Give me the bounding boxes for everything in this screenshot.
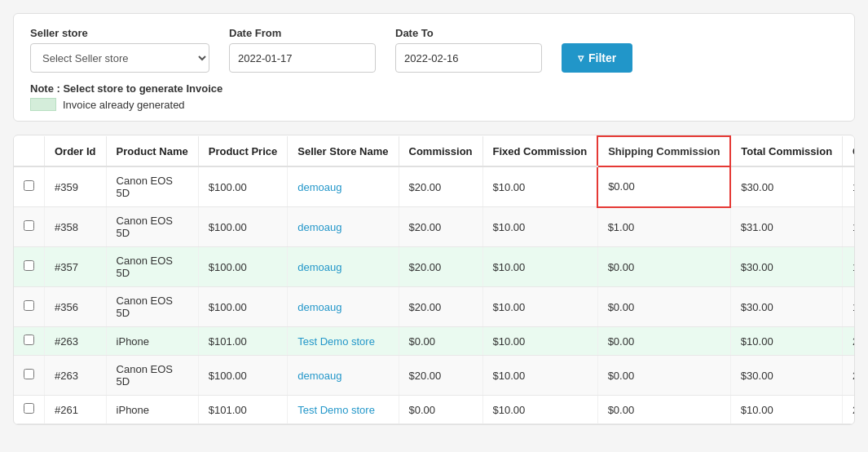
td-product-price: $101.00 bbox=[198, 327, 288, 356]
store-link[interactable]: demoaug bbox=[297, 181, 341, 193]
note-text: Note : Select store to generate Invoice bbox=[30, 82, 838, 95]
commission-table: Order Id Product Name Product Price Sell… bbox=[14, 135, 855, 424]
td-commission: $0.00 bbox=[399, 396, 482, 424]
date-to-field: Date To 📅 bbox=[395, 27, 542, 73]
table-row: #359Canon EOS 5D$100.00demoaug$20.00$10.… bbox=[14, 166, 855, 207]
td-order-id: #357 bbox=[45, 247, 107, 287]
table-row: #356Canon EOS 5D$100.00demoaug$20.00$10.… bbox=[14, 287, 855, 327]
td-total-commission: $10.00 bbox=[730, 327, 842, 356]
td-seller-store-name[interactable]: Test Demo store bbox=[288, 327, 399, 356]
filter-row: Seller store Select Seller store Date Fr… bbox=[30, 27, 838, 73]
seller-store-select[interactable]: Select Seller store bbox=[30, 43, 209, 73]
td-commission: $20.00 bbox=[399, 166, 482, 207]
table-row: #358Canon EOS 5D$100.00demoaug$20.00$10.… bbox=[14, 207, 855, 247]
table-row: #263Canon EOS 5D$100.00demoaug$20.00$10.… bbox=[14, 356, 855, 396]
store-link[interactable]: Test Demo store bbox=[297, 335, 375, 348]
store-link[interactable]: demoaug bbox=[297, 370, 341, 382]
td-product-price: $100.00 bbox=[198, 207, 288, 247]
td-fixed-commission: $10.00 bbox=[482, 287, 597, 327]
td-checkbox bbox=[14, 287, 45, 327]
date-from-field: Date From 📅 bbox=[229, 27, 376, 73]
td-checkbox bbox=[14, 396, 45, 424]
td-created-date: 24/01/2022 bbox=[843, 396, 855, 424]
td-created-date: 16/02/2022 bbox=[843, 247, 855, 287]
td-total-commission: $30.00 bbox=[730, 247, 842, 287]
date-to-input[interactable] bbox=[396, 44, 542, 72]
td-commission: $20.00 bbox=[399, 287, 482, 327]
filter-icon: ▿ bbox=[578, 51, 584, 64]
th-product-price: Product Price bbox=[198, 136, 288, 166]
filter-button-label: Filter bbox=[588, 51, 616, 64]
td-total-commission: $31.00 bbox=[730, 207, 842, 247]
td-checkbox bbox=[14, 247, 45, 287]
table-row: #261iPhone$101.00Test Demo store$0.00$10… bbox=[14, 396, 855, 424]
td-commission: $20.00 bbox=[399, 356, 482, 396]
store-link[interactable]: Test Demo store bbox=[297, 404, 375, 416]
legend-row: Invoice already generated bbox=[30, 98, 838, 111]
th-fixed-commission: Fixed Commission bbox=[482, 136, 597, 166]
row-checkbox[interactable] bbox=[24, 180, 34, 191]
td-seller-store-name[interactable]: demoaug bbox=[288, 356, 399, 396]
td-product-name: Canon EOS 5D bbox=[106, 166, 198, 207]
td-product-name: Canon EOS 5D bbox=[106, 247, 198, 287]
filter-button[interactable]: ▿ Filter bbox=[562, 43, 632, 73]
th-total-commission: Total Commission bbox=[730, 136, 842, 166]
td-order-id: #263 bbox=[45, 356, 107, 396]
td-shipping-commission: $0.00 bbox=[597, 166, 730, 207]
td-product-name: Canon EOS 5D bbox=[106, 207, 198, 247]
td-fixed-commission: $10.00 bbox=[482, 247, 597, 287]
seller-store-field: Seller store Select Seller store bbox=[30, 27, 209, 73]
td-commission: $20.00 bbox=[399, 207, 482, 247]
th-product-name: Product Name bbox=[106, 136, 198, 166]
td-fixed-commission: $10.00 bbox=[482, 327, 597, 356]
td-product-price: $100.00 bbox=[198, 247, 288, 287]
row-checkbox[interactable] bbox=[24, 220, 34, 231]
td-total-commission: $10.00 bbox=[730, 396, 842, 424]
td-seller-store-name[interactable]: demoaug bbox=[288, 166, 399, 207]
row-checkbox[interactable] bbox=[24, 403, 34, 414]
store-link[interactable]: demoaug bbox=[297, 301, 341, 313]
td-fixed-commission: $10.00 bbox=[482, 207, 597, 247]
td-shipping-commission: $0.00 bbox=[597, 396, 730, 424]
legend-label: Invoice already generated bbox=[63, 99, 185, 111]
date-from-input[interactable] bbox=[230, 44, 376, 72]
table-row: #357Canon EOS 5D$100.00demoaug$20.00$10.… bbox=[14, 247, 855, 287]
td-created-date: 28/01/2022 bbox=[843, 356, 855, 396]
filter-panel: Seller store Select Seller store Date Fr… bbox=[13, 13, 855, 122]
td-order-id: #261 bbox=[45, 396, 107, 424]
td-checkbox bbox=[14, 166, 45, 207]
th-created-date: Created Date bbox=[843, 136, 855, 166]
row-checkbox[interactable] bbox=[24, 260, 34, 271]
td-product-price: $101.00 bbox=[198, 396, 288, 424]
td-product-name: Canon EOS 5D bbox=[106, 287, 198, 327]
row-checkbox[interactable] bbox=[24, 335, 34, 345]
th-order-id: Order Id bbox=[45, 136, 107, 166]
td-shipping-commission: $0.00 bbox=[597, 287, 730, 327]
td-created-date: 28/01/2022 bbox=[843, 327, 855, 356]
row-checkbox[interactable] bbox=[24, 369, 34, 379]
td-order-id: #356 bbox=[45, 287, 107, 327]
td-seller-store-name[interactable]: Test Demo store bbox=[288, 396, 399, 424]
date-to-label: Date To bbox=[395, 27, 542, 39]
td-created-date: 16/02/2022 bbox=[843, 166, 855, 207]
th-checkbox bbox=[14, 136, 45, 166]
td-created-date: 16/02/2022 bbox=[843, 207, 855, 247]
date-from-label: Date From bbox=[229, 27, 376, 39]
date-to-input-wrap: 📅 bbox=[395, 43, 542, 73]
td-fixed-commission: $10.00 bbox=[482, 166, 597, 207]
row-checkbox[interactable] bbox=[24, 300, 34, 311]
td-order-id: #263 bbox=[45, 327, 107, 356]
store-link[interactable]: demoaug bbox=[297, 261, 341, 273]
td-seller-store-name[interactable]: demoaug bbox=[288, 207, 399, 247]
td-seller-store-name[interactable]: demoaug bbox=[288, 247, 399, 287]
td-product-price: $100.00 bbox=[198, 287, 288, 327]
td-checkbox bbox=[14, 207, 45, 247]
td-shipping-commission: $0.00 bbox=[597, 247, 730, 287]
td-total-commission: $30.00 bbox=[730, 356, 842, 396]
seller-store-label: Seller store bbox=[30, 27, 209, 39]
td-seller-store-name[interactable]: demoaug bbox=[288, 287, 399, 327]
td-product-price: $100.00 bbox=[198, 166, 288, 207]
store-link[interactable]: demoaug bbox=[297, 221, 341, 233]
td-commission: $20.00 bbox=[399, 247, 482, 287]
th-shipping-commission: Shipping Commission bbox=[597, 136, 730, 166]
